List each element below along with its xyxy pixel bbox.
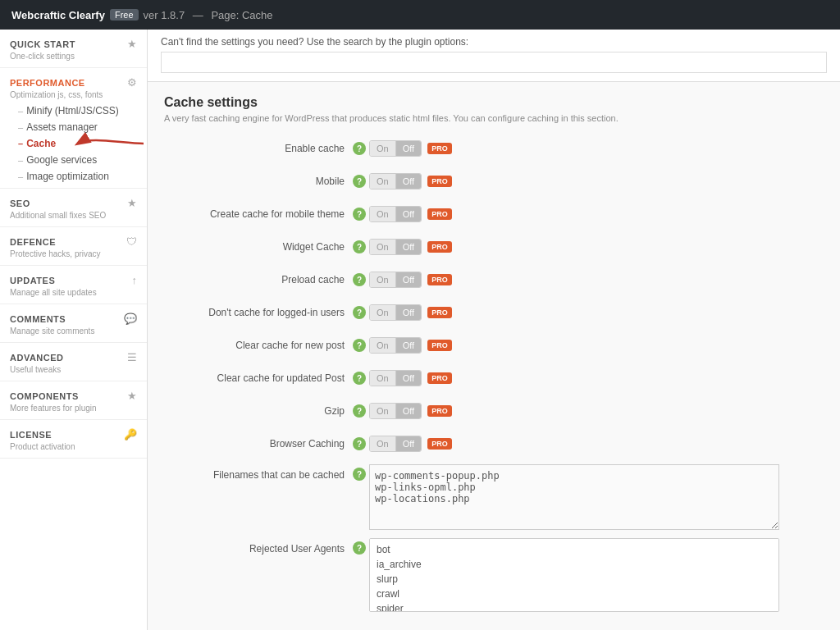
rejected-agents-select[interactable]: bot ia_archive slurp crawl spider [369,538,779,612]
sidebar-item-image-optimization[interactable]: – Image optimization [10,168,137,185]
pro-badge-clear-cache-new-post: PRO [427,340,452,351]
defence-icon: 🛡 [126,235,137,248]
setting-controls-preload-cache: ? On Off PRO [353,272,452,288]
version-label: ver 1.8.7 — Page: Cache [144,9,273,21]
toggle-off-preload-cache[interactable]: Off [396,272,421,287]
toggle-on-widget-cache[interactable]: On [370,240,396,254]
setting-controls-rejected-agents: ? bot ia_archive slurp crawl spider [353,538,779,612]
comments-icon: 💬 [124,313,137,325]
info-badge-clear-cache-new-post[interactable]: ? [353,339,366,352]
setting-controls-browser-caching: ? On Off PRO [353,436,452,452]
toggle-on-clear-cache-updated-post[interactable]: On [370,371,396,386]
section-subtitle-performance: Optimization js, css, fonts [10,90,137,99]
toggle-off-clear-cache-new-post[interactable]: Off [396,338,421,353]
advanced-icon: ☰ [127,351,137,363]
info-badge-browser-caching[interactable]: ? [353,437,366,450]
info-badge-widget-cache[interactable]: ? [353,240,366,253]
rejected-agent-spider[interactable]: spider [373,601,775,612]
red-arrow [74,132,148,155]
pro-badge-clear-cache-updated-post: PRO [427,372,452,384]
setting-label-widget-cache: Widget Cache [164,241,353,253]
toggle-off-clear-cache-updated-post[interactable]: Off [396,371,421,386]
pro-badge-enable-cache: PRO [427,143,452,154]
toggle-off-browser-caching[interactable]: Off [396,436,421,451]
top-bar: Webcraftic Clearfy Free ver 1.8.7 — Page… [0,0,840,30]
pro-badge-mobile: PRO [427,176,452,187]
setting-row-browser-caching: Browser Caching ? On Off PRO [164,431,824,456]
toggle-gzip: On Off [369,403,422,419]
rejected-agent-ia-archive[interactable]: ia_archive [373,557,775,572]
sidebar-item-minify[interactable]: – Minify (Html/JS/CSS) [10,103,137,119]
cache-settings-desc: A very fast caching engine for WordPress… [164,113,824,123]
toggle-off-no-cache-logged-in[interactable]: Off [396,305,421,320]
setting-row-no-cache-logged-in: Don't cache for logged-in users ? On Off… [164,300,824,325]
info-badge-gzip[interactable]: ? [353,404,366,418]
setting-label-preload-cache: Preload cache [164,274,353,285]
section-title-updates: UPDATES [10,276,55,285]
setting-label-browser-caching: Browser Caching [164,438,353,450]
info-badge-filenames[interactable]: ? [353,468,366,481]
toggle-on-mobile[interactable]: On [370,174,396,189]
info-badge-cache-mobile-theme[interactable]: ? [353,208,366,221]
filenames-textarea[interactable]: wp-comments-popup.php wp-links-opml.php … [369,464,779,530]
free-badge: Free [110,9,139,21]
setting-controls-cache-mobile-theme: ? On Off PRO [353,206,452,222]
setting-controls-mobile: ? On Off PRO [353,173,452,189]
setting-controls-widget-cache: ? On Off PRO [353,239,452,255]
setting-row-clear-cache-new-post: Clear cache for new post ? On Off PRO [164,333,824,358]
setting-label-rejected-agents: Rejected User Agents [164,538,353,555]
toggle-off-enable-cache[interactable]: Off [396,141,421,156]
plugin-name: Webcraftic Clearfy [11,9,105,21]
toggle-on-enable-cache[interactable]: On [370,141,396,156]
section-subtitle-advanced: Useful tweaks [10,365,137,374]
sidebar-section-performance: PERFORMANCE ⚙ Optimization js, css, font… [0,68,147,189]
info-badge-preload-cache[interactable]: ? [353,273,366,286]
section-title-components: COMPONENTS [10,391,79,401]
toggle-browser-caching: On Off [369,436,422,452]
setting-controls-clear-cache-updated-post: ? On Off PRO [353,370,452,386]
toggle-on-gzip[interactable]: On [370,404,396,418]
toggle-off-widget-cache[interactable]: Off [396,240,421,254]
cache-settings-panel: Cache settings A very fast caching engin… [148,82,840,630]
toggle-enable-cache: On Off [369,140,422,157]
sidebar-section-quick-start: QUICK START ★ One-click settings [0,30,147,68]
toggle-off-gzip[interactable]: Off [396,404,421,418]
section-title-advanced: ADVANCED [10,353,64,363]
pro-badge-no-cache-logged-in: PRO [427,307,452,318]
search-input[interactable] [161,52,827,73]
section-title-comments: COMMENTS [10,314,66,324]
info-badge-no-cache-logged-in[interactable]: ? [353,306,366,319]
content-area: Can't find the settings you need? Use th… [148,30,840,630]
pro-badge-preload-cache: PRO [427,274,452,285]
toggle-on-cache-mobile-theme[interactable]: On [370,207,396,221]
toggle-mobile: On Off [369,173,422,189]
setting-row-enable-cache: Enable cache ? On Off PRO [164,136,824,161]
section-subtitle-defence: Protective hacks, privacy [10,249,137,258]
info-badge-enable-cache[interactable]: ? [353,142,366,155]
toggle-on-preload-cache[interactable]: On [370,272,396,287]
toggle-on-browser-caching[interactable]: On [370,436,396,451]
toggle-on-no-cache-logged-in[interactable]: On [370,305,396,320]
pro-badge-browser-caching: PRO [427,438,452,450]
updates-icon: ↑ [132,274,138,286]
pro-badge-gzip: PRO [427,405,452,417]
toggle-on-clear-cache-new-post[interactable]: On [370,338,396,353]
pro-badge-cache-mobile-theme: PRO [427,208,452,220]
setting-controls-gzip: ? On Off PRO [353,403,452,419]
setting-label-clear-cache-new-post: Clear cache for new post [164,340,353,351]
info-badge-clear-cache-updated-post[interactable]: ? [353,372,366,385]
info-badge-mobile[interactable]: ? [353,175,366,188]
section-subtitle-comments: Manage site comments [10,326,137,336]
rejected-agent-bot[interactable]: bot [373,542,775,557]
rejected-agent-crawl[interactable]: crawl [373,587,775,601]
toggle-off-mobile[interactable]: Off [396,174,421,189]
info-badge-rejected-agents[interactable]: ? [353,541,366,555]
main-layout: QUICK START ★ One-click settings PERFORM… [0,30,840,630]
rejected-agent-slurp[interactable]: slurp [373,572,775,587]
sidebar: QUICK START ★ One-click settings PERFORM… [0,30,148,630]
performance-nav: – Minify (Html/JS/CSS) – Assets manager … [10,103,137,185]
toggle-no-cache-logged-in: On Off [369,304,422,321]
toggle-off-cache-mobile-theme[interactable]: Off [396,207,421,221]
section-title-seo: SEO [10,199,30,208]
setting-label-enable-cache: Enable cache [164,143,353,154]
